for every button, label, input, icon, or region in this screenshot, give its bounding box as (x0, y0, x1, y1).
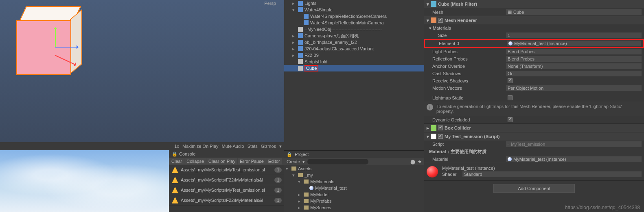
hierarchy-item[interactable]: Water4SimpleReflectionMainCamera (284, 19, 424, 26)
box-collider-header[interactable]: ▸ Box Collider (424, 124, 644, 132)
sky-visual (0, 150, 169, 212)
project-item[interactable]: ▸MyModel (284, 191, 424, 198)
foldout-icon[interactable]: ▾ (427, 18, 429, 23)
console-text: Assets\_my\MyScripts\F22\MyMaterials&l (181, 177, 263, 182)
editor-dropdown[interactable]: Editor (266, 158, 282, 164)
hierarchy-item[interactable]: ▾Water4Simple (284, 6, 424, 13)
clear-button[interactable]: Clear (169, 158, 184, 164)
script-header[interactable]: ▾ My Test_emission (Script) (424, 132, 644, 141)
item-label: Cameras-player后面的相机 (304, 33, 359, 39)
add-component-button[interactable]: Add Component (493, 184, 575, 193)
receive-shadows-checkbox[interactable] (508, 78, 513, 83)
gizmos-dropdown-icon[interactable]: ▾ (279, 144, 282, 149)
star-icon[interactable]: ★ (418, 159, 422, 164)
game-view[interactable] (0, 150, 169, 212)
mesh-field[interactable]: ▦ Cube (506, 9, 642, 15)
gameobject-icon (298, 7, 303, 12)
hierarchy-item[interactable]: ▸Lights (284, 0, 424, 6)
foldout-icon[interactable]: ▸ (298, 199, 302, 204)
shader-dropdown[interactable]: Standard (462, 171, 642, 177)
project-item[interactable]: ▸MyPrefabs (284, 198, 424, 204)
item-label: _my (304, 173, 313, 177)
hierarchy-item[interactable]: ▸Cameras-player后面的相机 (284, 32, 424, 39)
hierarchy-item[interactable]: ▸J20-04-adjustGlass-succed Variant (284, 45, 424, 52)
mesh-renderer-header[interactable]: ▾ Mesh Renderer (424, 16, 644, 24)
foldout-icon[interactable]: ▸ (292, 1, 296, 6)
enable-checkbox[interactable] (438, 18, 443, 23)
axis-y-icon[interactable] (55, 28, 56, 47)
console-entry[interactable]: Assets\_my\MyScripts\MyTest_emission.sl1 (169, 185, 284, 195)
material-preview[interactable]: MyMaterial_test (Instance) Shader Standa… (424, 163, 644, 180)
project-item[interactable]: ▾MyMaterials (284, 178, 424, 185)
console-entry[interactable]: Assets\_my\MyScripts\F22\MyMaterials&l1 (169, 175, 284, 185)
reflection-probes-dropdown[interactable]: Blend Probes (506, 56, 642, 62)
gameobject-icon (304, 14, 309, 19)
hierarchy-panel[interactable]: ▸Lights▾Water4SimpleWater4SimpleReflecti… (284, 0, 424, 150)
console-entry[interactable]: Assets\_my\MyScripts\F22\MyMaterials&l1 (169, 195, 284, 206)
hierarchy-item[interactable]: ▸obj_birthplace_enemy_f22 (284, 39, 424, 45)
lightmap-static-checkbox[interactable] (508, 95, 513, 100)
console-tab[interactable]: Console (179, 151, 195, 156)
foldout-icon[interactable]: ▸ (298, 205, 302, 210)
project-root[interactable]: ▾ Assets (284, 165, 424, 172)
cast-shadows-dropdown[interactable]: On (506, 71, 642, 76)
size-field[interactable]: 1 (506, 32, 642, 38)
element0-field[interactable]: MyMaterial_test (Instance) (507, 41, 641, 46)
project-search-input[interactable] (307, 159, 368, 164)
selected-cube-gizmo[interactable] (10, 6, 79, 75)
axis-z-icon[interactable] (55, 47, 77, 48)
scene-view[interactable]: Persp (0, 0, 284, 142)
lock-icon[interactable]: 🔒 (172, 151, 177, 157)
collapse-toggle[interactable]: Collapse (184, 158, 206, 164)
lock-icon[interactable]: 🔒 (287, 152, 292, 157)
hierarchy-item[interactable]: Water4SimpleReflectionSceneCamera (284, 13, 424, 19)
folder-icon (304, 206, 309, 210)
foldout-icon[interactable]: ▾ (298, 179, 302, 184)
foldout-icon[interactable]: ▾ (286, 166, 290, 171)
foldout-icon[interactable]: ▸ (298, 192, 302, 197)
maximize-on-play-toggle[interactable]: Maximize On Play (182, 144, 219, 149)
material-field[interactable]: MyMaterial_test (Instance) (506, 156, 642, 162)
mute-audio-toggle[interactable]: Mute Audio (222, 144, 244, 149)
foldout-icon[interactable]: ▸ (292, 53, 296, 58)
hierarchy-item[interactable]: --MyNeedObj-----------------------------… (284, 26, 424, 32)
console-entry[interactable]: Assets\_my\MyScripts\MyTest_emission.sl1 (169, 165, 284, 175)
foldout-icon[interactable]: ▸ (427, 125, 429, 131)
projection-label[interactable]: Persp (264, 1, 276, 6)
project-item[interactable]: MyMaterial_test (284, 185, 424, 191)
scale-label[interactable]: 1x (174, 144, 179, 149)
enable-checkbox[interactable] (438, 125, 443, 130)
gizmos-toggle[interactable]: Gizmos (261, 144, 276, 149)
light-probes-dropdown[interactable]: Blend Probes (506, 49, 642, 54)
foldout-icon[interactable]: ▸ (292, 33, 296, 39)
dropdown-icon[interactable]: ▾ (302, 159, 305, 164)
stats-toggle[interactable]: Stats (248, 144, 258, 149)
script-field[interactable]: ▫ MyTest_emission (506, 141, 642, 147)
project-item[interactable]: ▸MyScenes (284, 204, 424, 211)
foldout-icon[interactable]: ▾ (427, 2, 429, 7)
foldout-icon[interactable]: ▾ (292, 173, 296, 178)
warning-icon (172, 167, 178, 173)
mesh-label: Mesh (427, 10, 506, 15)
hierarchy-item[interactable]: ▸F22-09 (284, 52, 424, 58)
project-tab[interactable]: Project (295, 152, 309, 157)
hierarchy-item[interactable]: Cube (284, 65, 424, 71)
filter-icon[interactable]: ⬤ (410, 159, 415, 164)
material-sphere-icon (427, 166, 438, 177)
error-pause-toggle[interactable]: Error Pause (238, 158, 266, 164)
clear-on-play-toggle[interactable]: Clear on Play (206, 158, 237, 164)
materials-foldout[interactable]: ▾ Materials (427, 26, 506, 31)
foldout-icon[interactable]: ▾ (292, 7, 296, 13)
foldout-icon[interactable]: ▾ (427, 134, 429, 139)
foldout-icon[interactable]: ▸ (292, 46, 296, 52)
foldout-icon[interactable]: ▸ (292, 40, 296, 45)
enable-checkbox[interactable] (438, 134, 443, 139)
lightmap-static-label: Lightmap Static (427, 95, 506, 100)
anchor-override-field[interactable]: None (Transform) (506, 63, 642, 69)
hierarchy-item[interactable]: ScriptsHold (284, 58, 424, 65)
motion-vectors-dropdown[interactable]: Per Object Motion (506, 85, 642, 91)
project-item[interactable]: ▾_my (284, 172, 424, 178)
create-dropdown[interactable]: Create (287, 159, 300, 164)
dynamic-occluded-checkbox[interactable] (508, 117, 513, 122)
mesh-filter-header[interactable]: ▾ Cube (Mesh Filter) (424, 0, 644, 8)
